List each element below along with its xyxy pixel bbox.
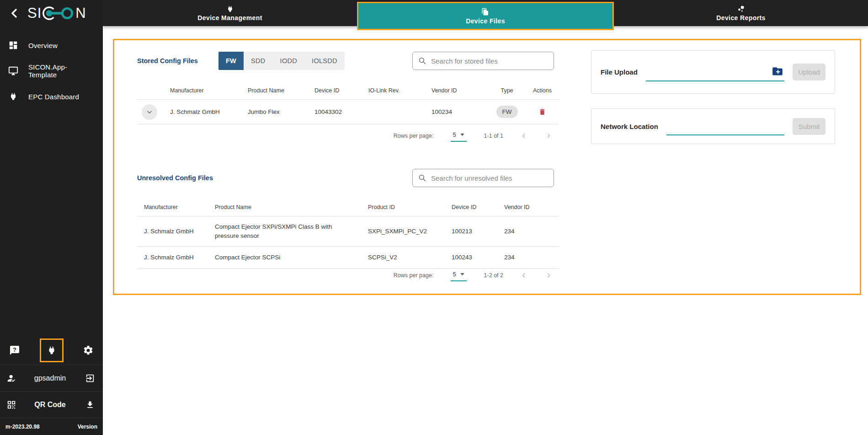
- expand-row-button[interactable]: [142, 104, 157, 120]
- usb-device-highlight: [40, 338, 64, 362]
- sidebar: SI N Overview SICON: [0, 0, 103, 435]
- network-location-input[interactable]: [666, 124, 784, 134]
- logout-button[interactable]: [84, 372, 96, 385]
- cell-product-id: SCPSi_V2: [368, 254, 452, 261]
- download-icon: [85, 400, 95, 409]
- col-actions: Actions: [529, 87, 559, 94]
- sidebar-collapse-button[interactable]: [6, 5, 22, 21]
- cell-vendor-id: 234: [504, 254, 552, 261]
- cell-manufacturer: J. Schmalz GmbH: [137, 254, 215, 261]
- settings-button[interactable]: [79, 341, 97, 360]
- file-upload-field: [646, 63, 784, 81]
- unresolved-search: [412, 169, 554, 187]
- submit-button[interactable]: Submit: [793, 118, 825, 135]
- cell-product-id: SXPi_SXMPi_PC_V2: [368, 228, 452, 235]
- chevron-left-icon: [521, 133, 527, 139]
- network-location-field: [666, 117, 784, 135]
- cell-manufacturer: J. Schmalz GmbH: [170, 108, 248, 115]
- previous-page-button[interactable]: [521, 133, 527, 139]
- tab-device-files[interactable]: Device Files: [357, 2, 614, 30]
- delete-file-button[interactable]: [538, 108, 546, 116]
- unresolved-search-input[interactable]: [431, 174, 548, 182]
- usb-icon: [47, 345, 57, 355]
- logout-icon: [85, 373, 95, 383]
- gear-icon: [83, 345, 94, 356]
- sidebar-item-app-template[interactable]: SICON.App-Template: [0, 58, 103, 84]
- browse-files-button[interactable]: [772, 67, 783, 77]
- sidebar-item-label: SICON.App-Template: [28, 63, 96, 79]
- type-chip: FW: [496, 106, 518, 118]
- col-device-id: Device ID: [314, 87, 368, 94]
- chevron-down-icon: [146, 109, 153, 115]
- qr-code-label[interactable]: QR Code: [34, 401, 65, 409]
- tab-label: Device Management: [197, 14, 262, 21]
- user-row: gpsadmin: [0, 365, 103, 391]
- pagination-range: 1-1 of 1: [484, 133, 503, 139]
- pagination-range: 1-2 of 2: [484, 272, 503, 279]
- logo-row: SI N: [0, 0, 103, 26]
- logo-co-icon: [42, 5, 75, 21]
- main-content: Stored Config Files FW SDD IODD IOLSDD M…: [103, 26, 868, 435]
- network-location-card: Network Location Submit: [591, 108, 835, 144]
- sidebar-tool-row: ?: [0, 336, 103, 365]
- sidebar-item-overview[interactable]: Overview: [0, 32, 103, 58]
- chevron-left-icon: [11, 8, 18, 18]
- file-upload-card: File Upload Upload: [591, 50, 835, 94]
- next-page-button[interactable]: [545, 133, 552, 139]
- next-page-button[interactable]: [545, 272, 552, 279]
- rows-per-page-select[interactable]: 5: [451, 130, 466, 142]
- tab-device-management[interactable]: Device Management: [103, 0, 357, 26]
- table-row: J. Schmalz GmbH Jumbo Flex 10043302 1002…: [137, 100, 559, 124]
- help-button[interactable]: ?: [5, 341, 24, 360]
- filter-iodd[interactable]: IODD: [273, 52, 304, 70]
- dropdown-arrow-icon: [460, 273, 465, 276]
- chevron-right-icon: [545, 133, 552, 139]
- file-type-filter-group: FW SDD IODD IOLSDD: [218, 52, 345, 70]
- folder-add-icon: [772, 67, 783, 77]
- file-upload-input[interactable]: [646, 70, 784, 81]
- version-row: m-2023.20.98 Version: [0, 418, 103, 435]
- col-manufacturer: Manufacturer: [170, 87, 248, 94]
- stored-search-input[interactable]: [431, 57, 548, 65]
- stored-search: [412, 52, 554, 70]
- rows-per-page-select[interactable]: 5: [451, 270, 466, 281]
- search-icon: [418, 174, 426, 182]
- usb-device-button[interactable]: [43, 341, 61, 360]
- cell-manufacturer: J. Schmalz GmbH: [137, 228, 215, 235]
- cell-device-id: 100243: [452, 254, 504, 261]
- file-upload-title: File Upload: [601, 68, 638, 76]
- rows-per-page-value: 5: [453, 131, 456, 138]
- help-icon: ?: [9, 345, 20, 356]
- plug-icon: [7, 91, 19, 102]
- qr-row: QR Code: [0, 391, 103, 418]
- tab-label: Device Files: [466, 17, 505, 25]
- unresolved-pagination: Rows per page: 5 1-2 of 2: [137, 268, 559, 283]
- files-icon: [481, 8, 490, 16]
- col-vendor-id: Vendor ID: [431, 87, 488, 94]
- unresolved-config-title: Unresolved Config Files: [137, 174, 213, 182]
- content-highlight-box: Stored Config Files FW SDD IODD IOLSDD M…: [113, 39, 861, 295]
- sidebar-item-label: EPC Dashboard: [28, 93, 79, 101]
- rows-per-page-label: Rows per page:: [394, 133, 434, 139]
- dropdown-arrow-icon: [460, 133, 465, 136]
- col-io-link-rev: IO-Link Rev.: [368, 87, 431, 94]
- sidebar-item-epc-dashboard[interactable]: EPC Dashboard: [0, 84, 103, 109]
- unresolved-table-header-row: Manufacturer Product Name Product ID Dev…: [137, 198, 559, 216]
- stored-table-header-row: Manufacturer Product Name Device ID IO-L…: [137, 81, 559, 100]
- stored-config-title: Stored Config Files: [137, 57, 198, 64]
- filter-iolsdd[interactable]: IOLSDD: [304, 52, 345, 70]
- logo-text-left: SI: [27, 5, 42, 21]
- username: gpsadmin: [34, 374, 66, 382]
- upload-button[interactable]: Upload: [793, 64, 825, 81]
- unresolved-header: Unresolved Config Files: [137, 169, 213, 187]
- unresolved-config-table: Manufacturer Product Name Product ID Dev…: [137, 198, 559, 269]
- tab-device-reports[interactable]: Device Reports: [614, 0, 868, 26]
- cell-device-id: 100213: [452, 228, 504, 235]
- download-button[interactable]: [84, 398, 96, 411]
- sicon-logo: SI N: [27, 5, 86, 21]
- previous-page-button[interactable]: [521, 272, 527, 279]
- filter-fw[interactable]: FW: [218, 52, 244, 70]
- col-manufacturer: Manufacturer: [137, 204, 215, 210]
- filter-sdd[interactable]: SDD: [244, 52, 273, 70]
- table-row: J. Schmalz GmbH Compact Ejector SCPSi SC…: [137, 247, 559, 269]
